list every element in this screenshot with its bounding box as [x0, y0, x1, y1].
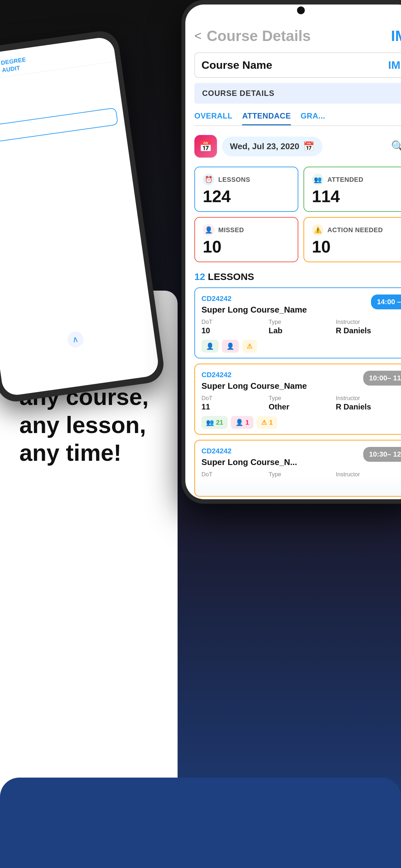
stat-attended: 👥 ATTENDED 114	[304, 166, 401, 212]
tab-attendace[interactable]: ATTENDACE	[242, 112, 291, 125]
lesson-card-2[interactable]: CD24242 Super Long Course_Name 10:00– 11…	[194, 364, 401, 435]
course-details-header: COURSE DETAILS	[194, 83, 401, 104]
lesson-card-1[interactable]: CD24242 Super Long Course_Name 14:00 – D…	[194, 287, 401, 359]
course-name-row[interactable]: Course Name IM	[194, 52, 401, 78]
lesson-type-1: Type Lab	[269, 319, 333, 335]
lesson-time-2: 10:00– 11	[363, 371, 401, 385]
tab-overall[interactable]: OVERALL	[194, 112, 233, 125]
badge-green-2: 👥 21	[202, 416, 227, 429]
lessons-value: 124	[203, 188, 290, 205]
date-badge[interactable]: Wed, Jul 23, 2020 📅	[222, 136, 322, 156]
badge-icon-green-2: 👥	[206, 418, 214, 426]
missed-icon: 👤	[203, 224, 214, 236]
badge-count-pink-2: 1	[245, 419, 249, 426]
badge-count-green-2: 21	[216, 419, 223, 426]
lesson-dot-2: DoT 11	[202, 395, 266, 411]
app-title: Course Details	[207, 27, 311, 44]
date-row: 📅 Wed, Jul 23, 2020 📅 🔍	[194, 135, 401, 158]
badge-count-yellow-2: 1	[269, 419, 273, 426]
lessons-header: 12 LESSONS	[194, 271, 401, 282]
lesson-name-1: Super Long Course_Name	[202, 305, 400, 315]
stat-missed: 👤 MISSED 10	[194, 217, 298, 262]
lessons-count: 12	[194, 271, 205, 282]
badge-yellow-1: ⚠	[242, 340, 257, 352]
badge-icon-yellow-1: ⚠	[247, 342, 252, 350]
lessons-word: LESSONS	[208, 271, 254, 282]
action-icon: ⚠️	[312, 224, 323, 236]
stat-action: ⚠️ ACTION NEEDED 10	[304, 217, 401, 262]
tabs-row: OVERALL ATTENDACE GRA...	[194, 112, 401, 126]
app-content: < Course Details IM Course Name IM COURS…	[185, 4, 401, 499]
blue-wave	[0, 778, 401, 868]
lesson-badges-2: 👥 21 👤 1 ⚠ 1	[202, 416, 400, 429]
badge-icon-pink-2: 👤	[235, 418, 243, 426]
lesson-card-3[interactable]: CD24242 Super Long Course_N... 10:30– 12…	[194, 440, 401, 497]
course-name-input[interactable]: Course Name	[202, 59, 384, 71]
back-button[interactable]: <	[194, 29, 202, 43]
im-label: IM	[391, 27, 401, 44]
attended-value: 114	[312, 188, 399, 205]
lesson-meta-1: DoT 10 Type Lab Instructor R Daniels	[202, 319, 400, 335]
missed-label: MISSED	[218, 226, 244, 234]
im-suffix: IM	[388, 59, 400, 71]
phone-notch	[297, 6, 305, 14]
badge-icon-green-1: 👤	[206, 342, 214, 350]
stat-lessons: ⏰ LESSONS 124	[194, 166, 298, 212]
lesson-meta-2: DoT 11 Type Other Instructor R Daniels	[202, 395, 400, 411]
lesson-badges-1: 👤 👤 ⚠	[202, 340, 400, 352]
search-button[interactable]: 🔍	[388, 136, 401, 156]
lesson-code-1: CD24242	[202, 294, 400, 303]
stats-grid: ⏰ LESSONS 124 👥 ATTENDED 114 👤 MISSE	[194, 166, 401, 262]
stat-attended-header: 👥 ATTENDED	[312, 174, 399, 185]
partial-overlay	[195, 476, 401, 496]
badge-pink-1: 👤	[222, 340, 239, 352]
badge-green-1: 👤	[202, 340, 219, 352]
date-text: Wed, Jul 23, 2020	[230, 142, 299, 151]
badge-icon-pink-1: 👤	[226, 342, 235, 350]
calendar-icon: 📅	[199, 140, 212, 152]
date-calendar-icon: 📅	[303, 141, 314, 152]
badge-pink-2: 👤 1	[231, 416, 253, 429]
attended-label: ATTENDED	[328, 176, 363, 183]
lesson-time-3: 10:30– 12	[363, 447, 401, 462]
badge-icon-yellow-2: ⚠	[261, 418, 267, 426]
calendar-button[interactable]: 📅	[194, 135, 217, 158]
stat-lessons-header: ⏰ LESSONS	[203, 174, 290, 185]
marketing-line4: any time!	[19, 440, 121, 466]
lesson-type-2: Type Other	[269, 395, 333, 411]
tab-grades[interactable]: GRA...	[301, 112, 325, 125]
lessons-icon: ⏰	[203, 174, 214, 185]
marketing-line3: any lesson,	[19, 412, 146, 438]
action-value: 10	[312, 238, 399, 255]
lesson-time-1: 14:00 –	[371, 294, 401, 309]
action-label: ACTION NEEDED	[328, 226, 383, 234]
app-header: < Course Details IM	[194, 27, 401, 44]
lesson-instructor-2: Instructor R Daniels	[336, 395, 400, 411]
course-details-label: COURSE DETAILS	[202, 89, 274, 97]
attended-icon: 👥	[312, 174, 323, 185]
stat-missed-header: 👤 MISSED	[203, 224, 290, 236]
lesson-dot-1: DoT 10	[202, 319, 266, 335]
lessons-label: LESSONS	[218, 176, 250, 183]
missed-value: 10	[203, 238, 290, 255]
search-icon: 🔍	[391, 140, 401, 153]
phone-front: < Course Details IM Course Name IM COURS…	[181, 0, 401, 504]
stat-action-header: ⚠️ ACTION NEEDED	[312, 224, 399, 236]
lesson-instructor-1: Instructor R Daniels	[336, 319, 400, 335]
back-arrow-btn[interactable]: ∧	[66, 330, 84, 348]
badge-yellow-2: ⚠ 1	[257, 416, 277, 429]
phone-screen: < Course Details IM Course Name IM COURS…	[185, 4, 401, 499]
lessons-title: 12 LESSONS	[194, 271, 254, 282]
